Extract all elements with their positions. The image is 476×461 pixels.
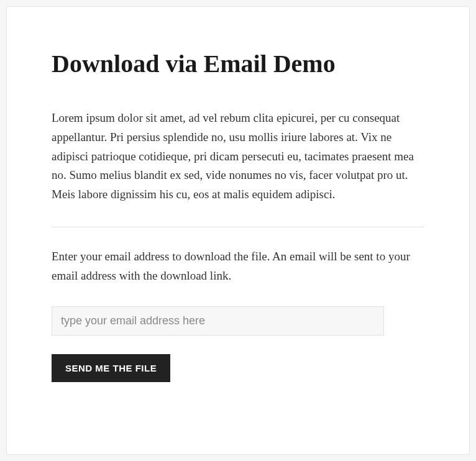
- submit-button[interactable]: SEND ME THE FILE: [52, 354, 170, 382]
- email-field[interactable]: [52, 306, 384, 335]
- body-paragraph: Lorem ipsum dolor sit amet, ad vel rebum…: [52, 109, 424, 204]
- divider: [52, 227, 424, 227]
- instruction-text: Enter your email address to download the…: [52, 247, 424, 286]
- content-card: Download via Email Demo Lorem ipsum dolo…: [6, 6, 470, 455]
- page-title: Download via Email Demo: [52, 49, 424, 79]
